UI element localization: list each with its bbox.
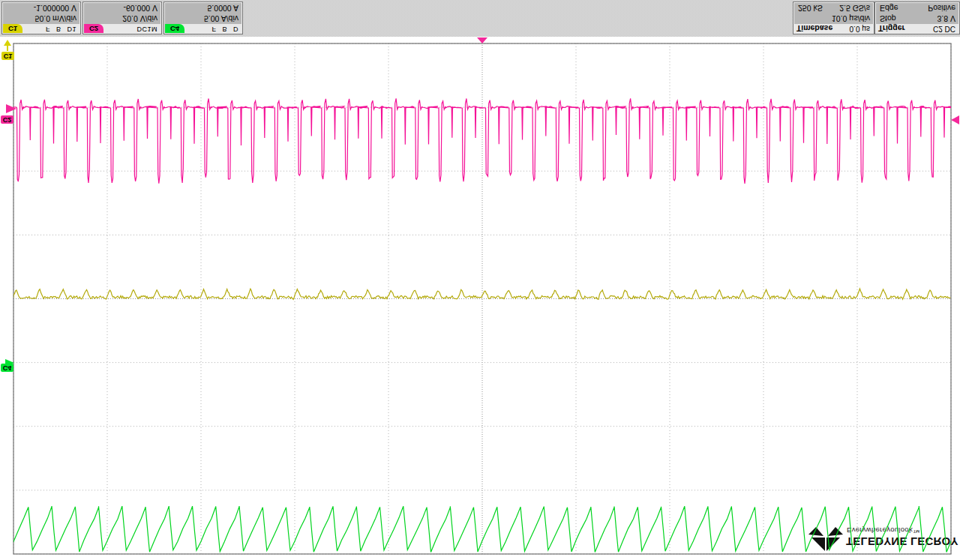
trigger-slope: Positive [928,3,956,13]
c2-offset-row: -60.000 V [83,3,161,13]
c1-scale-row: 50.0 mV/div [2,13,80,24]
c1-offscreen-arrow [4,40,11,46]
c4-offset-row: 5.0000 A [164,3,242,13]
c1-offset-value: -1.000000 V [34,3,76,13]
c1-volts-per-div: 50.0 mV/div [35,13,76,24]
sample-count: 250 kS [798,3,823,13]
waveform-traces [0,37,960,560]
c4-coupling-flags: F B D [212,25,238,33]
c2-header: C2 DC1M [83,24,161,34]
trigger-source: C2 DC [933,25,956,33]
trigger-title: Trigger [878,24,905,33]
c1-offset-row: -1.000000 V [2,3,80,13]
c2-coupling-flags: DC1M [136,25,158,33]
c2-offset-value: -60.000 V [123,3,158,13]
c1-header: C1 F B D1 [2,24,80,34]
trigger-mode: Stop [880,13,896,24]
channel-c1-offset-marker[interactable]: C1 [2,52,14,60]
sample-rate: 2.5 GS/s [839,3,870,13]
status-bar: C1 F B D1 50.0 mV/div -1.000000 V C2 DC1… [0,0,960,37]
c1-channel-tab[interactable]: C1 [3,24,22,33]
trigger-type: Edge [880,3,898,13]
trigger-time-marker [477,37,488,43]
c2-scale-row: 20.0 V/div [83,13,161,24]
timebase-header: Timebase 0.0 µs [794,24,874,34]
c4-header: C4 F B D [164,24,242,34]
c4-scale-row: 5.00 A/div [164,13,242,24]
timebase-delay: 0.0 µs [850,25,870,33]
descriptor-box-c1[interactable]: C1 F B D1 50.0 mV/div -1.000000 V [2,1,81,34]
trigger-level: 3.8 V [937,13,956,24]
trigger-type-row: Edge Positive [875,3,959,13]
c1-coupling-flags: F B D1 [46,25,76,33]
trigger-mode-row: Stop 3.8 V [875,13,959,24]
c2-zero-marker [6,104,16,113]
channel-c4-offset-marker[interactable]: C4 [1,364,14,372]
c4-offset-value: 5.0000 A [208,3,238,13]
c2-channel-tab[interactable]: C2 [84,24,104,33]
timebase-box[interactable]: Timebase 0.0 µs 10.0 µs/div 250 kS 2.5 G… [793,1,874,34]
timebase-sampling-row: 250 kS 2.5 GS/s [794,3,874,13]
c2-volts-per-div: 20.0 V/div [122,13,158,24]
waveform-display-area: TELEDYNE LECROY Everywhereyoulook™ C1 C2… [0,37,960,560]
timebase-scale-row: 10.0 µs/div [794,13,874,24]
descriptor-box-c2[interactable]: C2 DC1M 20.0 V/div -60.000 V [82,1,162,34]
c4-channel-tab[interactable]: C4 [165,24,184,33]
oscilloscope-screen: TELEDYNE LECROY Everywhereyoulook™ C1 C2… [0,0,960,560]
trigger-level-marker [951,115,959,124]
time-per-div: 10.0 µs/div [832,13,870,24]
c4-amps-per-div: 5.00 A/div [204,13,238,24]
channel-c2-offset-marker[interactable]: C2 [1,115,14,124]
trigger-box[interactable]: Trigger C2 DC Stop 3.8 V Edge Positive [874,1,960,34]
timebase-title: Timebase [796,24,832,33]
trigger-header: Trigger C2 DC [875,24,959,34]
descriptor-box-c4[interactable]: C4 F B D 5.00 A/div 5.0000 A [164,1,243,34]
